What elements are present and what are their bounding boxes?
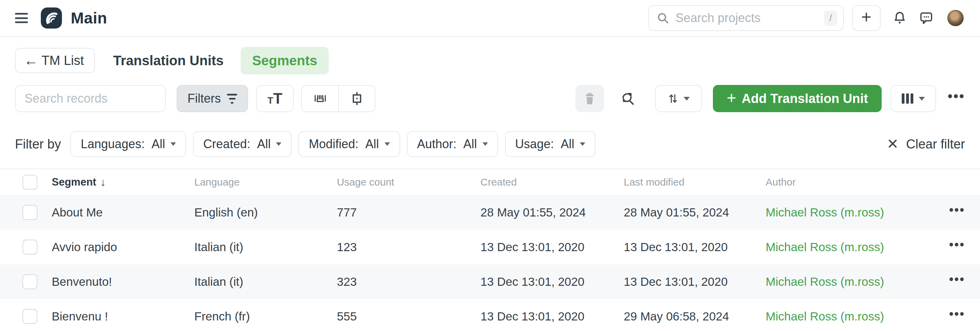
author-link[interactable]: Michael Ross (m.ross) <box>765 275 943 288</box>
cell-last-modified: 13 Dec 13:01, 2020 <box>624 240 765 254</box>
filter-name: Languages: <box>81 137 145 151</box>
chevron-down-icon <box>276 143 282 146</box>
tab-segments[interactable]: Segments <box>240 47 329 74</box>
column-header-label: Segment <box>52 176 96 188</box>
author-link[interactable]: Michael Ross (m.ross) <box>765 206 943 219</box>
chat-bubble-icon <box>919 11 934 25</box>
tab-translation-units[interactable]: Translation Units <box>113 53 224 68</box>
filter-name: Modified: <box>309 137 358 151</box>
find-and-replace-button[interactable] <box>620 91 635 106</box>
sort-arrows-icon <box>667 92 679 105</box>
table-row[interactable]: About Me English (en) 777 28 May 01:55, … <box>0 195 980 230</box>
text-size-toggle-button[interactable]: TT <box>256 85 294 112</box>
row-more-button[interactable]: ••• <box>943 314 965 319</box>
trash-icon <box>583 92 597 106</box>
add-button-label: Add Translation Unit <box>741 92 868 106</box>
search-icon <box>656 11 669 24</box>
filters-button[interactable]: Filters <box>177 85 248 112</box>
column-header-segment[interactable]: Segment ↓ <box>52 176 194 188</box>
shell-logo-icon <box>44 11 59 25</box>
table-header-row: Segment ↓ Language Usage count Created L… <box>0 169 980 195</box>
row-checkbox[interactable] <box>22 239 37 255</box>
cell-last-modified: 28 May 01:55, 2024 <box>624 206 765 219</box>
bell-icon <box>892 11 907 25</box>
cell-language: English (en) <box>194 206 337 219</box>
filters-button-label: Filters <box>188 92 221 106</box>
table-row[interactable]: Benvenuto! Italian (it) 323 13 Dec 13:01… <box>0 264 980 299</box>
find-replace-icon <box>620 91 635 106</box>
filter-value: All <box>561 137 574 151</box>
sort-descending-icon: ↓ <box>100 176 106 188</box>
cell-language: French (fr) <box>194 310 337 323</box>
column-header-usage-count[interactable]: Usage count <box>337 176 480 188</box>
filter-value: All <box>257 137 270 151</box>
table-row[interactable]: Avvio rapido Italian (it) 123 13 Dec 13:… <box>0 230 980 264</box>
search-records-box[interactable] <box>15 85 166 112</box>
row-more-button[interactable]: ••• <box>943 279 965 284</box>
search-records-input[interactable] <box>24 92 156 106</box>
app-logo[interactable] <box>41 8 62 29</box>
filter-value: All <box>151 137 165 151</box>
segments-table: Segment ↓ Language Usage count Created L… <box>0 169 980 331</box>
feedback-button[interactable] <box>919 11 934 25</box>
column-header-created[interactable]: Created <box>480 176 624 188</box>
filter-languages[interactable]: Languages: All <box>70 131 186 157</box>
row-more-button[interactable]: ••• <box>943 245 965 249</box>
column-header-last-modified[interactable]: Last modified <box>624 176 765 188</box>
cell-usage-count: 777 <box>337 206 480 219</box>
row-checkbox[interactable] <box>22 274 37 289</box>
create-project-button[interactable]: + <box>852 5 881 31</box>
search-projects-input[interactable] <box>675 11 824 25</box>
column-header-language[interactable]: Language <box>194 176 337 188</box>
chevron-down-icon <box>170 143 176 146</box>
back-arrow-icon: ← <box>24 53 38 68</box>
barcode-view-button[interactable] <box>302 86 338 111</box>
filter-name: Created: <box>203 137 250 151</box>
top-bar: Main / + <box>0 0 980 37</box>
chevron-down-icon <box>684 97 690 101</box>
plus-icon: + <box>727 90 736 108</box>
add-translation-unit-button[interactable]: + Add Translation Unit <box>713 85 882 112</box>
cell-created: 13 Dec 13:01, 2020 <box>480 240 624 254</box>
filter-modified[interactable]: Modified: All <box>298 131 400 157</box>
cell-created: 13 Dec 13:01, 2020 <box>480 275 624 288</box>
hamburger-menu-icon[interactable] <box>15 13 28 23</box>
sort-order-button[interactable] <box>655 85 702 112</box>
crosshair-frame-icon <box>350 92 364 105</box>
filter-value: All <box>366 137 379 151</box>
select-all-checkbox[interactable] <box>22 175 37 190</box>
row-checkbox[interactable] <box>22 309 37 324</box>
author-link[interactable]: Michael Ross (m.ross) <box>765 310 943 323</box>
filter-name: Author: <box>417 137 457 151</box>
row-checkbox[interactable] <box>22 205 37 220</box>
cell-last-modified: 29 May 06:58, 2024 <box>624 310 765 323</box>
columns-button[interactable] <box>891 85 936 112</box>
back-to-tm-list-button[interactable]: ← TM List <box>15 48 95 73</box>
filter-usage[interactable]: Usage: All <box>505 131 595 157</box>
row-more-button[interactable]: ••• <box>943 210 965 215</box>
cell-created: 13 Dec 13:01, 2020 <box>480 310 624 323</box>
keyboard-shortcut-badge: / <box>824 11 837 25</box>
delete-selected-button[interactable] <box>576 85 604 112</box>
back-button-label: TM List <box>41 53 84 68</box>
notifications-button[interactable] <box>892 11 907 25</box>
cell-segment: Benvenuto! <box>52 275 194 288</box>
column-header-author[interactable]: Author <box>765 176 943 188</box>
text-size-icon: TT <box>267 90 282 107</box>
clear-filter-button[interactable]: ✕ Clear filter <box>887 137 965 152</box>
filter-created[interactable]: Created: All <box>193 131 292 157</box>
filter-author[interactable]: Author: All <box>407 131 498 157</box>
user-avatar[interactable] <box>947 10 964 26</box>
chevron-down-icon <box>482 143 488 146</box>
page-title: Main <box>71 9 107 27</box>
close-icon: ✕ <box>887 137 899 151</box>
cell-usage-count: 123 <box>337 240 480 254</box>
table-row[interactable]: Bienvenu ! French (fr) 555 13 Dec 13:01,… <box>0 299 980 331</box>
search-projects-box[interactable]: / <box>648 5 844 31</box>
chevron-down-icon <box>385 143 390 146</box>
clear-filter-label: Clear filter <box>906 137 965 152</box>
author-link[interactable]: Michael Ross (m.ross) <box>765 240 943 254</box>
filter-value: All <box>463 137 477 151</box>
toolbar-more-button[interactable]: ••• <box>948 96 965 101</box>
focus-frame-view-button[interactable] <box>338 86 375 111</box>
